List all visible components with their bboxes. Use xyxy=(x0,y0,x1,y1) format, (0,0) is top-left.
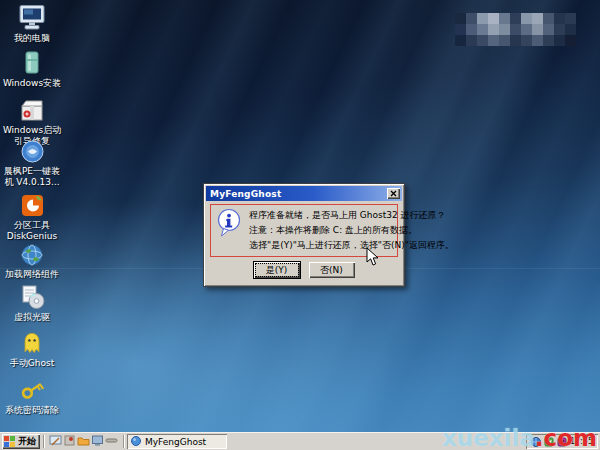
message-line: 选择"是(Y)"马上进行还原，选择"否(N)"返回程序。 xyxy=(249,238,454,253)
desktop-icon-windows-install[interactable]: Windows安装 xyxy=(1,48,63,89)
myfengghost-dialog: MyFengGhost 程序准备就绪，是否马上用 Ghost32 进行还原？ 注… xyxy=(203,183,405,287)
mouse-cursor xyxy=(366,247,380,271)
ghost-icon xyxy=(19,328,45,356)
repair-box-icon xyxy=(18,95,46,123)
quick-launch-app-icon[interactable] xyxy=(63,432,76,450)
dialog-title: MyFengGhost xyxy=(210,189,281,199)
message-line: 程序准备就绪，是否马上用 Ghost32 进行还原？ xyxy=(249,208,454,223)
diskgenius-icon xyxy=(20,190,45,218)
start-button[interactable]: 开始 xyxy=(2,434,40,449)
desktop-icon-password-clear[interactable]: 系统密码清除 xyxy=(1,375,63,416)
taskbar-task-myfengghost[interactable]: MyFengGhost xyxy=(127,434,227,449)
network-globe-icon xyxy=(20,239,44,267)
tool-icon[interactable] xyxy=(105,432,118,450)
app-icon xyxy=(131,434,141,449)
desktop-icon-label: 加载网络组件 xyxy=(5,269,59,280)
desktop: 我的电脑 Windows安装 Windows启动 引导修复 晨枫PE一键装 机 … xyxy=(0,0,600,432)
tray-network-icon[interactable] xyxy=(531,432,541,450)
desktop-icon-label: 系统密码清除 xyxy=(5,405,59,416)
dialog-message: 程序准备就绪，是否马上用 Ghost32 进行还原？ 注意：本操作将删除 C: … xyxy=(249,208,454,253)
quick-launch xyxy=(47,432,120,450)
windows-logo-icon xyxy=(4,436,15,447)
tray-status-icon[interactable] xyxy=(544,432,554,450)
desktop-icon-label: 手动Ghost xyxy=(10,358,54,369)
yes-button-label: 是(Y) xyxy=(255,263,299,277)
taskbar-separator xyxy=(123,435,124,448)
desktop-icon-network-components[interactable]: 加载网络组件 xyxy=(1,239,63,280)
start-button-label: 开始 xyxy=(18,435,36,448)
yes-button[interactable]: 是(Y) xyxy=(254,262,300,278)
desktop-icon-label: Windows安装 xyxy=(3,78,61,89)
taskbar-separator xyxy=(43,435,44,448)
desktop-icon-chenfeng-pe[interactable]: 晨枫PE一键装 机 V4.0.13... xyxy=(1,136,63,188)
no-button[interactable]: 否(N) xyxy=(309,262,355,278)
virtual-cd-icon xyxy=(18,282,46,310)
tray-app-icon[interactable] xyxy=(557,432,567,450)
desktop-icon-my-computer[interactable]: 我的电脑 xyxy=(1,3,63,44)
close-icon[interactable] xyxy=(387,188,400,199)
info-icon xyxy=(216,208,242,242)
desktop-icon-label: 虚拟光驱 xyxy=(14,312,50,323)
desktop-icon-label: 晨枫PE一键装 机 V4.0.13... xyxy=(4,166,60,188)
folder-icon[interactable] xyxy=(77,432,90,450)
system-tray: 17:55 xyxy=(526,434,598,449)
key-icon xyxy=(18,375,46,403)
desktop-icon-label: 我的电脑 xyxy=(14,33,50,44)
no-button-label: 否(N) xyxy=(310,263,354,277)
display-icon[interactable] xyxy=(91,432,104,450)
dialog-titlebar[interactable]: MyFengGhost xyxy=(206,186,402,201)
show-desktop-icon[interactable] xyxy=(49,432,62,450)
message-line: 注意：本操作将删除 C: 盘上的所有数据。 xyxy=(249,223,454,238)
install-box-icon xyxy=(19,48,45,76)
desktop-icon-manual-ghost[interactable]: 手动Ghost xyxy=(1,328,63,369)
task-button-label: MyFengGhost xyxy=(145,437,206,447)
taskbar: 开始 MyFengGhost 17:55 xyxy=(0,432,600,450)
desktop-icon-diskgenius[interactable]: 分区工具 DiskGenius xyxy=(1,190,63,242)
my-computer-icon xyxy=(17,3,47,31)
desktop-icon-virtual-cd[interactable]: 虚拟光驱 xyxy=(1,282,63,323)
pe-installer-icon xyxy=(20,136,45,164)
censored-watermark-mosaic xyxy=(455,13,576,46)
clock: 17:55 xyxy=(570,437,593,446)
